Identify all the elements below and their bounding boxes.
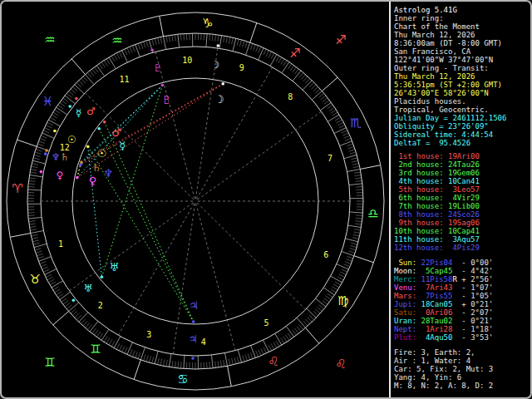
- info-line: Inner ring:: [394, 14, 529, 22]
- house-number-7: 7: [328, 154, 332, 163]
- inner-moon-glyph: ☽: [214, 93, 224, 106]
- sign-glyph-cancer: ♋: [177, 372, 188, 387]
- info-line: Outer ring - Transit:: [394, 64, 529, 72]
- corner-sign-glyph-3: ♌: [335, 357, 346, 372]
- house-number-11: 11: [119, 75, 129, 84]
- house-cusp-2: [69, 203, 193, 291]
- house-cusp-12: [85, 93, 193, 200]
- planet-row-jupi: Jupi: 18Can05 + 0°21': [394, 300, 529, 308]
- info-line: 8:36:00am (DT -8:00 GMT): [394, 39, 529, 47]
- house-cusp-3: [118, 204, 194, 336]
- inner-uran-glyph: ♅: [109, 261, 119, 273]
- sign-glyph-taurus: ♉: [29, 272, 40, 287]
- sign-glyph-capricorn: ♑: [202, 16, 213, 31]
- info-line: Chart of the Moment: [394, 22, 529, 31]
- aspect-lines: [77, 84, 223, 322]
- sign-glyph-pisces: ♓: [42, 94, 52, 109]
- corner-sign-glyph-2: ♊: [44, 355, 55, 370]
- summary-line: Air : 1, Water: 4: [394, 357, 529, 365]
- house-row-11: 11th house: 3Aqu57: [394, 235, 529, 244]
- house-row-2: 2nd house: 24Tau26: [394, 160, 529, 169]
- house-list: 1st house: 19Ari00 2nd house: 24Tau26 3r…: [394, 152, 529, 252]
- aspect-line-uran-plut: [101, 85, 162, 277]
- inner-plut-glyph: ♇: [162, 94, 172, 106]
- aspect-line-plut-nept: [81, 85, 163, 165]
- house-number-6: 6: [323, 250, 328, 259]
- planet-row-sun: Sun: 22Pis04 - 0°00': [394, 259, 529, 267]
- house-row-8: 8th house: 24Sco26: [394, 210, 529, 219]
- planet-row-nept: Nept: 1Ari28 - 1°18': [394, 325, 529, 333]
- summary-line: M: 8, N: 2, A: 8, D: 2: [394, 382, 529, 390]
- astrolog-window: ♈♉♊♋♌♍♎♏♐♑♒♓123456789101112♄♆♀♅♃☽♇♂☿☉♄♆♀…: [0, 0, 532, 399]
- outer-plut-glyph: ♇: [153, 62, 162, 74]
- sign-divider: [134, 360, 140, 380]
- summary-line: Fire: 3, Earth: 2,: [394, 348, 529, 357]
- info-line: 26°43'00"E 58°26'00"N: [394, 89, 529, 97]
- house-row-3: 3rd house: 19Gem06: [394, 169, 529, 177]
- house-number-2: 2: [98, 301, 103, 310]
- planet-row-moon: Moon: 5Cap45 - 4°42': [394, 267, 529, 275]
- house-row-7: 7th house: 19Lib00: [394, 202, 529, 210]
- planet-row-venu: Venu: 7Ari43 - 1°07': [394, 283, 529, 292]
- info-line: Placidus houses.: [394, 97, 529, 106]
- info-line: 122°41'00"W 37°47'00"N: [394, 56, 529, 64]
- sign-divider: [306, 328, 319, 343]
- corner-sign-glyphs: ♒♐♊♌: [44, 32, 346, 372]
- house-row-4: 4th house: 10Can41: [394, 177, 529, 185]
- inner-ring-planets: ♄♆♀♅♃☽♇♂☿☉: [76, 82, 224, 323]
- sign-divider: [71, 59, 85, 75]
- house-cusp-8: [197, 111, 321, 200]
- sign-glyph-leo: ♌: [268, 354, 278, 369]
- house-cusp-6: [197, 203, 305, 309]
- planet-row-mars: Mars: 7Pis55 - 1°05': [394, 292, 529, 300]
- inner-jupi-glyph: ♃: [189, 299, 199, 312]
- info-line: Sidereal time: 4:44:54: [394, 131, 529, 139]
- sign-divider: [250, 22, 257, 42]
- house-number-10: 10: [182, 56, 192, 65]
- sign-glyph-aquarius: ♒: [111, 33, 122, 48]
- outer-ring-planets: ♄♆♀♅♃☽♇♂☿☉: [40, 44, 220, 360]
- corner-sign-glyph-1: ♐: [335, 32, 346, 47]
- inner-sun-glyph: ☉: [97, 147, 107, 160]
- chart-wheel: ♈♉♊♋♌♍♎♏♐♑♒♓123456789101112♄♆♀♅♃☽♇♂☿☉♄♆♀…: [2, 2, 389, 397]
- house-number-1: 1: [58, 239, 63, 249]
- inner-mars-glyph: ♂: [111, 126, 121, 139]
- info-line: Thu March 12, 2026: [394, 72, 529, 81]
- inner-satu-glyph: ♄: [91, 161, 101, 174]
- outer-moon-glyph: ☽: [211, 59, 220, 71]
- house-cusp-5: [196, 204, 235, 351]
- info-line: Thu March 12, 2026: [394, 31, 529, 39]
- house-row-10: 10th house: 10Cap41: [394, 227, 529, 235]
- sign-glyph-scorpio: ♏: [350, 116, 362, 131]
- element-summary: Fire: 3, Earth: 2,Air : 1, Water: 4Car: …: [394, 348, 529, 390]
- outer-jupi-glyph: ♃: [189, 333, 198, 345]
- sign-glyph-sagittarius: ♐: [289, 46, 300, 61]
- house-cusp-4: [173, 204, 195, 354]
- sign-glyph-libra: ♎: [367, 206, 378, 221]
- house-row-9: 9th house: 19Sag06: [394, 219, 529, 227]
- house-cusp-9: [196, 67, 272, 200]
- info-line: DeltaT = 95.4526: [394, 139, 529, 147]
- info-line: San Francisco, CA: [394, 47, 529, 56]
- sign-divider: [354, 256, 374, 263]
- sign-glyph-aries: ♈: [12, 181, 22, 196]
- panel-divider: [389, 2, 391, 397]
- aspect-line-mars-jupi: [105, 122, 194, 322]
- sign-glyph-virgo: ♍: [337, 293, 348, 308]
- house-row-6: 6th house: 4Vir29: [394, 194, 529, 202]
- house-number-3: 3: [146, 330, 151, 339]
- planet-row-uran: Uran: 28Tau02 - 0°21': [394, 317, 529, 325]
- inner-venu-glyph: ♀: [89, 175, 97, 187]
- outer-mars-glyph: ♂: [86, 106, 96, 117]
- sign-divider: [228, 366, 232, 387]
- planet-row-merc: Merc: 11Pis58R + 2°56': [394, 275, 529, 283]
- house-row-5: 5th house: 3Leo57: [394, 185, 529, 194]
- sign-divider: [322, 77, 337, 91]
- planet-list: Sun: 22Pis04 - 0°00'Moon: 5Cap45 - 4°42'…: [394, 259, 529, 342]
- planet-row-satu: Satu: 0Ari06 - 2°07': [394, 308, 529, 317]
- corner-sign-glyph-0: ♒: [44, 32, 55, 47]
- info-line: Obliquity = 23°26'09": [394, 122, 529, 131]
- outer-sun-glyph: ☉: [67, 134, 76, 145]
- outer-merc-glyph: ☿: [76, 107, 81, 119]
- house-row-12: 12th house: 4Pis29: [394, 244, 529, 252]
